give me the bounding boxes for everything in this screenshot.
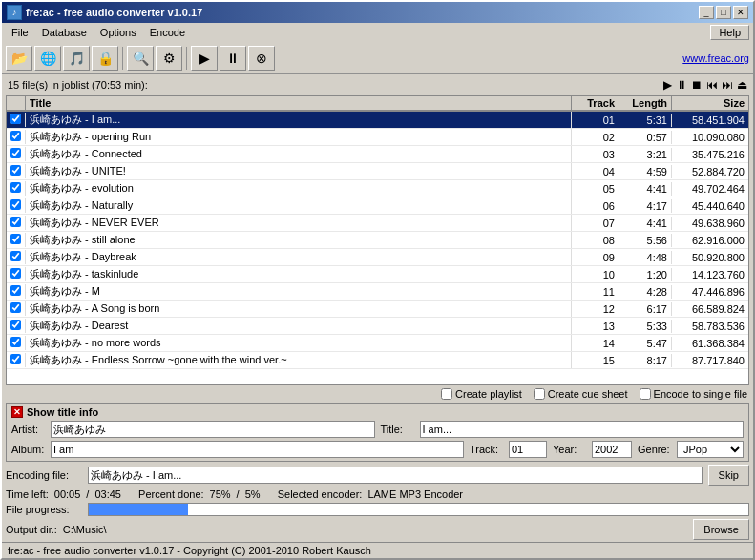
title-input[interactable] [420, 421, 745, 438]
table-row[interactable]: 浜崎あゆみ - evolution 05 4:41 49.702.464 [7, 180, 748, 197]
menu-bar: File Database Options Encode Help [2, 23, 753, 42]
encoder-label: Selected encoder: [278, 488, 363, 500]
output-dir-row: Output dir.: C:\Music\ Browse [6, 519, 749, 540]
row-checkbox[interactable] [7, 164, 26, 178]
row-checkbox[interactable] [7, 267, 26, 281]
eject-icon[interactable]: ⏏ [737, 78, 747, 92]
row-title: 浜崎あゆみ - evolution [26, 180, 572, 197]
pause-icon[interactable]: ⏸ [676, 78, 687, 92]
track-col-header[interactable]: Track [572, 96, 619, 110]
length-col-header[interactable]: Length [619, 96, 672, 110]
playlist-check[interactable] [441, 388, 452, 400]
row-checkbox[interactable] [7, 130, 26, 144]
genre-select[interactable]: JPop J-Pop Pop Rock [677, 441, 744, 458]
table-row[interactable]: 浜崎あゆみ - NEVER EVER 07 4:41 49.638.960 [7, 215, 748, 232]
add-files-button[interactable]: 📂 [6, 46, 32, 71]
table-row[interactable]: 浜崎あゆみ - UNITE! 04 4:59 52.884.720 [7, 163, 748, 180]
row-checkbox[interactable] [7, 336, 26, 350]
add-url-button[interactable]: 🌐 [34, 46, 61, 71]
row-title: 浜崎あゆみ - M [26, 283, 572, 300]
row-length: 8:17 [619, 354, 672, 367]
cue-sheet-label: Create cue sheet [548, 388, 628, 400]
track-input[interactable] [509, 441, 547, 458]
row-checkbox[interactable] [7, 319, 26, 333]
file-progress-bar [88, 503, 749, 516]
row-checkbox[interactable] [7, 301, 26, 316]
title-col-header[interactable]: Title [26, 96, 572, 110]
next-icon[interactable]: ⏭ [722, 78, 733, 92]
year-input[interactable] [592, 441, 632, 458]
skip-button[interactable]: Skip [708, 465, 749, 486]
album-input[interactable] [51, 441, 464, 458]
artist-row: Artist: Title: [11, 421, 744, 438]
table-row[interactable]: 浜崎あゆみ - Connected 03 3:21 35.475.216 [7, 146, 748, 163]
menu-options[interactable]: Options [94, 26, 142, 39]
album-row: Album: Track: Year: Genre: JPop J-Pop Po… [11, 441, 744, 458]
table-row[interactable]: 浜崎あゆみ - opening Run 02 0:57 10.090.080 [7, 129, 748, 146]
row-checkbox[interactable] [7, 198, 26, 213]
row-checkbox[interactable] [7, 353, 26, 367]
table-row[interactable]: 浜崎あゆみ - Dearest 13 5:33 58.783.536 [7, 318, 748, 335]
menu-encode[interactable]: Encode [144, 26, 191, 39]
config-button[interactable]: 🔍 [127, 46, 154, 71]
close-title-info-button[interactable]: ✕ [11, 406, 23, 418]
table-row[interactable]: 浜崎あゆみ - Daybreak 09 4:48 50.920.800 [7, 249, 748, 266]
cue-sheet-check[interactable] [534, 388, 545, 400]
play-icon[interactable]: ▶ [663, 78, 672, 92]
pause-button[interactable]: ⏸ [220, 46, 246, 71]
time-left-value: 00:05 [54, 488, 81, 500]
encoding-file-input[interactable] [88, 467, 703, 484]
stop-button[interactable]: ⊗ [248, 46, 275, 71]
title-info-section: ✕ Show title info Artist: Title: Album: … [6, 403, 749, 462]
artist-input[interactable] [51, 421, 375, 438]
minimize-button[interactable]: _ [699, 6, 714, 19]
track-table: Title Track Length Size 浜崎あゆみ - I am... … [6, 95, 749, 385]
row-checkbox[interactable] [7, 233, 26, 247]
size-col-header[interactable]: Size [672, 96, 748, 110]
row-track: 15 [572, 354, 619, 367]
remove-all-button[interactable]: 🔒 [92, 46, 118, 71]
help-button[interactable]: Help [710, 25, 749, 40]
row-checkbox[interactable] [7, 181, 26, 196]
table-row[interactable]: 浜崎あゆみ - I am... 01 5:31 58.451.904 [7, 112, 748, 129]
percent-sep: / [237, 488, 240, 500]
row-size: 49.702.464 [672, 182, 748, 196]
row-checkbox[interactable] [7, 284, 26, 299]
row-track: 13 [572, 320, 619, 333]
row-checkbox[interactable] [7, 147, 26, 161]
row-checkbox[interactable] [7, 250, 26, 264]
row-length: 5:33 [619, 320, 672, 333]
menu-file[interactable]: File [6, 26, 34, 39]
close-button[interactable]: ✕ [733, 6, 748, 19]
play-button[interactable]: ▶ [191, 46, 218, 71]
prev-icon[interactable]: ⏮ [706, 78, 718, 92]
table-row[interactable]: 浜崎あゆみ - M 11 4:28 47.446.896 [7, 283, 748, 301]
table-row[interactable]: 浜崎あゆみ - Endless Sorrow ~gone with the wi… [7, 352, 748, 369]
row-checkbox[interactable] [7, 216, 26, 230]
config2-button[interactable]: ⚙ [156, 46, 182, 71]
row-checkbox[interactable] [7, 113, 26, 127]
row-title: 浜崎あゆみ - no more words [26, 335, 572, 351]
table-row[interactable]: 浜崎あゆみ - still alone 08 5:56 62.916.000 [7, 232, 748, 249]
stop-icon[interactable]: ⏹ [691, 78, 703, 92]
row-title: 浜崎あゆみ - NEVER EVER [26, 215, 572, 231]
remove-button[interactable]: 🎵 [63, 46, 90, 71]
title-info-label: Show title info [27, 406, 98, 418]
single-file-check[interactable] [640, 388, 651, 400]
table-row[interactable]: 浜崎あゆみ - Naturally 06 4:17 45.440.640 [7, 197, 748, 215]
row-size: 58.451.904 [672, 114, 748, 127]
file-progress-fill [89, 504, 188, 515]
maximize-button[interactable]: □ [716, 6, 731, 19]
row-size: 45.440.640 [672, 199, 748, 213]
website-link[interactable]: www.freac.org [682, 52, 749, 64]
app-icon: ♪ [7, 5, 22, 20]
table-row[interactable]: 浜崎あゆみ - no more words 14 5:47 61.368.384 [7, 335, 748, 352]
create-playlist-checkbox[interactable]: Create playlist [441, 388, 522, 400]
browse-button[interactable]: Browse [693, 519, 749, 540]
create-cue-sheet-checkbox[interactable]: Create cue sheet [534, 388, 628, 400]
row-track: 02 [572, 131, 619, 144]
table-row[interactable]: 浜崎あゆみ - A Song is born 12 6:17 66.589.82… [7, 301, 748, 318]
menu-database[interactable]: Database [36, 26, 93, 39]
encode-single-file-checkbox[interactable]: Encode to single file [640, 388, 747, 400]
table-row[interactable]: 浜崎あゆみ - taskinlude 10 1:20 14.123.760 [7, 266, 748, 283]
